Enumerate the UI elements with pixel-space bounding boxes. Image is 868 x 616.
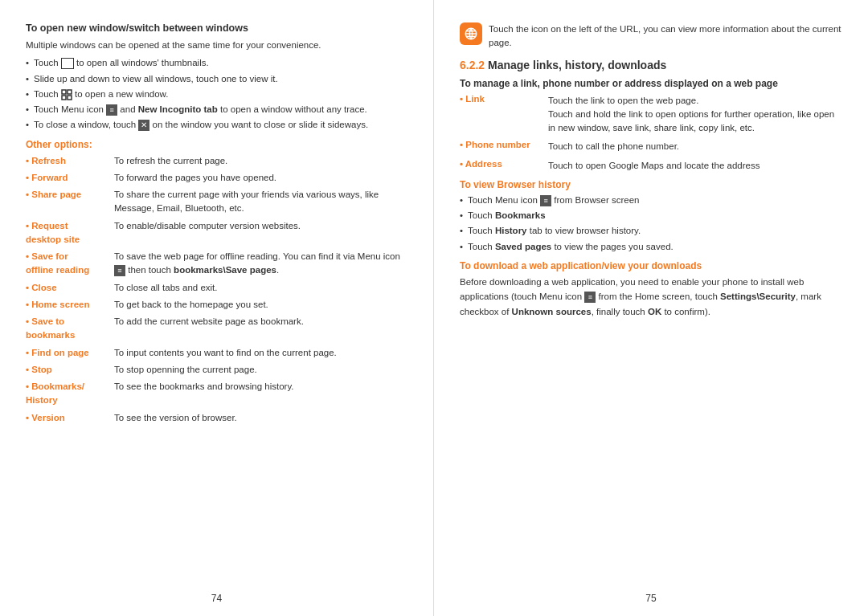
option-desc-forward: To forward the pages you have opened. <box>114 171 407 185</box>
option-desc-bookmarks-history: To see the bookmarks and browsing histor… <box>114 380 407 408</box>
page-container: To open new window/switch between window… <box>0 0 868 616</box>
bullet-3: Touch to open a new window. <box>26 88 407 101</box>
other-options-title: Other options: <box>26 139 407 150</box>
left-bullet-list: Touch to open all windows' thumbnails. S… <box>26 56 407 132</box>
option-term-find: • Find on page <box>26 346 114 360</box>
option-desc-version: To see the version of browser. <box>114 411 407 425</box>
option-term-close: • Close <box>26 281 114 295</box>
option-desc-share: To share the current page with your frie… <box>114 188 407 216</box>
left-section-title: To open new window/switch between window… <box>26 22 407 34</box>
option-desc-request: To enable/disable computer version websi… <box>114 219 407 247</box>
option-term-refresh: • Refresh <box>26 154 114 168</box>
bullet-1: Touch to open all windows' thumbnails. <box>26 56 407 70</box>
option-request: • Requestdesktop site To enable/disable … <box>26 219 407 247</box>
link-desc-phone: Touch to call the phone number. <box>548 140 842 153</box>
link-row-address: • Address Touch to open Google Maps and … <box>460 159 842 173</box>
history-bullet-3: Touch History tab to view browser histor… <box>460 224 842 238</box>
history-bullet-4: Touch Saved pages to view the pages you … <box>460 240 842 254</box>
left-intro: Multiple windows can be opened at the sa… <box>26 39 407 52</box>
option-find: • Find on page To input contents you wan… <box>26 346 407 360</box>
link-row-link: • Link Touch the link to open the web pa… <box>460 94 842 136</box>
option-desc-stop: To stop openning the current page. <box>114 363 407 377</box>
svg-rect-2 <box>62 96 66 100</box>
bullet-5: To close a window, touch ✕ on the window… <box>26 118 407 132</box>
other-options-section: Other options: • Refresh To refresh the … <box>26 139 407 425</box>
menu-icon: ≡ <box>106 104 117 116</box>
option-term-stop: • Stop <box>26 363 114 377</box>
option-bookmarks-history: • Bookmarks/History To see the bookmarks… <box>26 380 407 408</box>
menu-icon-4: ≡ <box>584 292 596 303</box>
link-term-address: • Address <box>460 159 548 173</box>
download-title: To download a web application/view your … <box>460 260 842 271</box>
option-term-share: • Share page <box>26 188 114 216</box>
history-bullet-2: Touch Bookmarks <box>460 209 842 222</box>
option-desc-save-bookmarks: To add the current website page as bookm… <box>114 315 407 343</box>
option-desc-find: To input contents you want to find on th… <box>114 346 407 360</box>
option-refresh: • Refresh To refresh the current page. <box>26 154 407 168</box>
option-term-save-offline: • Save foroffline reading <box>26 250 114 278</box>
svg-rect-3 <box>68 96 72 100</box>
option-term-request: • Requestdesktop site <box>26 219 114 247</box>
svg-rect-0 <box>62 90 66 94</box>
option-desc-refresh: To refresh the current page. <box>114 154 407 168</box>
link-row-phone: • Phone number Touch to call the phone n… <box>460 140 842 153</box>
option-save-bookmarks: • Save tobookmarks To add the current we… <box>26 315 407 343</box>
menu-icon-2: ≡ <box>114 265 125 276</box>
option-term-forward: • Forward <box>26 171 114 185</box>
option-term-bookmarks-history: • Bookmarks/History <box>26 380 114 408</box>
option-desc-save-offline: To save the web page for offline reading… <box>114 250 407 278</box>
right-icon-intro: Touch the icon on the left of the URL, y… <box>460 22 842 51</box>
option-save-offline: • Save foroffline reading To save the we… <box>26 250 407 278</box>
option-desc-close: To close all tabs and exit. <box>114 281 407 295</box>
bullet-4: Touch Menu icon ≡ and New Incognito tab … <box>26 103 407 116</box>
section-622-title: 6.2.2 Manage links, history, downloads <box>460 59 842 71</box>
browser-icon <box>460 22 482 45</box>
download-section: To download a web application/view your … <box>460 260 842 319</box>
section-622-label: Manage links, history, downloads <box>488 59 666 71</box>
svg-rect-1 <box>68 90 72 94</box>
close-x-icon: ✕ <box>138 120 149 131</box>
download-text: Before downloading a web application, yo… <box>460 275 842 319</box>
right-icon-text: Touch the icon on the left of the URL, y… <box>489 22 842 51</box>
option-term-version: • Version <box>26 411 114 425</box>
option-stop: • Stop To stop openning the current page… <box>26 363 407 377</box>
link-term-phone: • Phone number <box>460 140 548 153</box>
left-page: To open new window/switch between window… <box>0 0 434 616</box>
left-page-number: 74 <box>211 593 222 604</box>
section-num: 6.2.2 <box>460 59 485 71</box>
window-icon <box>61 58 74 69</box>
option-term-home: • Home screen <box>26 298 114 312</box>
bullet-2: Slide up and down to view all windows, t… <box>26 72 407 86</box>
option-home: • Home screen To get back to the homepag… <box>26 298 407 312</box>
option-term-save-bookmarks: • Save tobookmarks <box>26 315 114 343</box>
history-bullet-list: Touch Menu icon ≡ from Browser screen To… <box>460 194 842 254</box>
menu-icon-3: ≡ <box>540 195 551 206</box>
link-term-link: • Link <box>460 94 548 136</box>
option-share: • Share page To share the current page w… <box>26 188 407 216</box>
option-close: • Close To close all tabs and exit. <box>26 281 407 295</box>
view-history-title: To view Browser history <box>460 179 842 190</box>
link-desc-link: Touch the link to open the web page. Tou… <box>548 94 842 136</box>
option-version: • Version To see the version of browser. <box>26 411 407 425</box>
history-bullet-1: Touch Menu icon ≡ from Browser screen <box>460 194 842 207</box>
option-forward: • Forward To forward the pages you have … <box>26 171 407 185</box>
option-desc-home: To get back to the homepage you set. <box>114 298 407 312</box>
grid-icon <box>61 89 72 100</box>
manage-title: To manage a link, phone number or addres… <box>460 78 842 89</box>
right-page: Touch the icon on the left of the URL, y… <box>434 0 868 616</box>
section-622: 6.2.2 Manage links, history, downloads T… <box>460 59 842 173</box>
view-history-section: To view Browser history Touch Menu icon … <box>460 179 842 254</box>
right-page-number: 75 <box>645 593 656 604</box>
link-desc-address: Touch to open Google Maps and locate the… <box>548 159 842 173</box>
